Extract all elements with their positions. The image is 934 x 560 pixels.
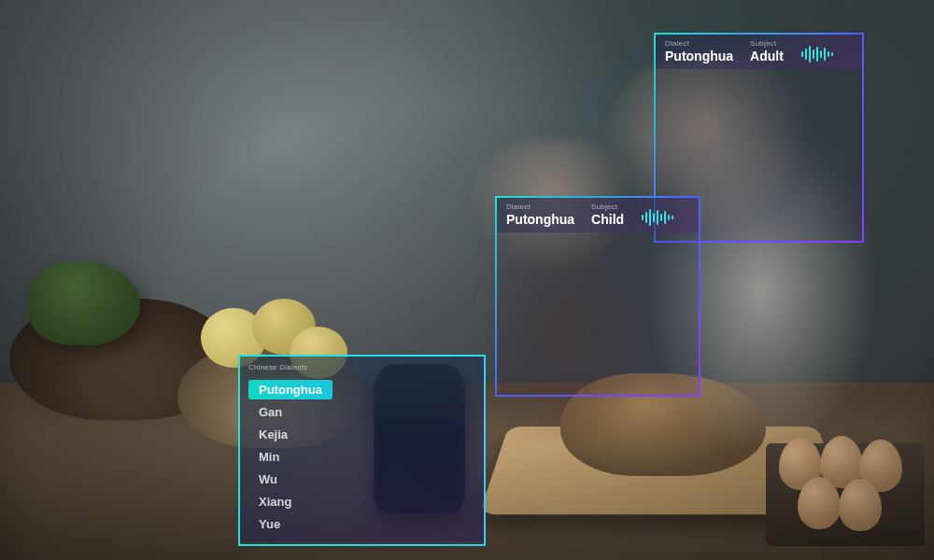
subject-label: Subject [750,39,784,48]
egg [839,479,882,531]
dialect-option-yue[interactable]: Yue [248,514,290,534]
audio-waveform-icon [641,208,674,227]
dialect-option-putonghua[interactable]: Putonghua [248,380,333,399]
dialect-field: Dialect Putonghua [665,39,733,63]
egg-carton [766,443,925,546]
detection-header-adult: Dialect Putonghua Subject Adult [656,35,862,69]
leafy-vegetable [28,261,140,345]
subject-field: Subject Child [591,203,624,227]
dialect-option-gan[interactable]: Gan [248,402,292,422]
detection-box-child: Dialect Putonghua Subject Child [495,196,700,397]
detection-box-device: Chinese Dialects Putonghua Gan Kejia Min… [238,355,486,546]
subject-field: Subject Adult [750,39,784,63]
dialect-value: Putonghua [665,49,733,63]
dialect-field: Dialect Putonghua [506,203,574,227]
detection-header-child: Dialect Putonghua Subject Child [497,198,699,232]
dialect-label: Dialect [665,39,733,48]
dialect-value: Putonghua [506,212,574,227]
dialect-panel: Chinese Dialects Putonghua Gan Kejia Min… [240,357,484,541]
subject-label: Subject [591,203,624,211]
dialect-list-label: Chinese Dialects [248,363,475,371]
dialect-list: Putonghua Gan Kejia Min Wu Xiang Yue [248,380,475,534]
audio-waveform-icon [800,45,834,63]
dialect-option-wu[interactable]: Wu [248,469,288,489]
dialect-option-min[interactable]: Min [248,447,290,467]
dialect-option-xiang[interactable]: Xiang [248,492,302,511]
subject-value: Adult [750,49,784,63]
dialect-option-kejia[interactable]: Kejia [248,425,298,444]
egg [798,477,841,529]
dialect-label: Dialect [506,203,574,211]
subject-value: Child [591,212,624,227]
